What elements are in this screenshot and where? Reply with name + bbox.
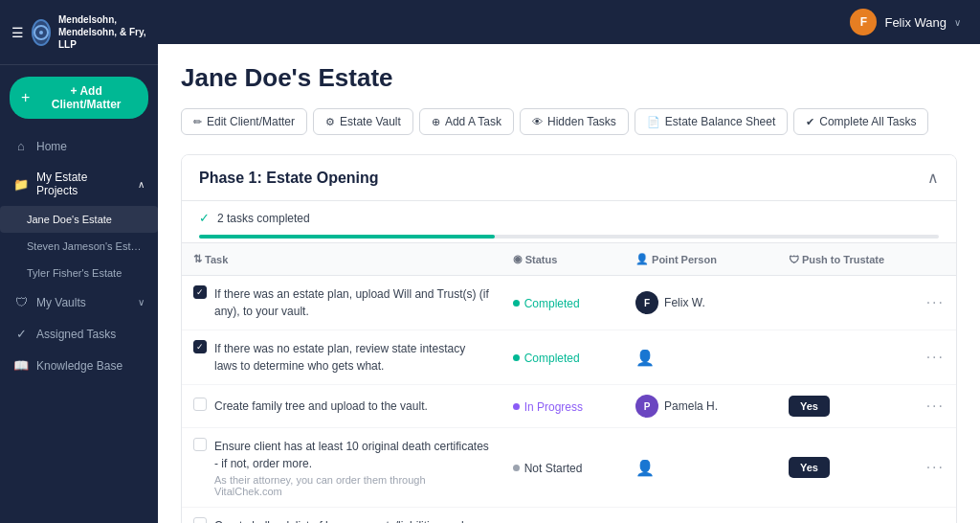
- checkmark-icon: ✔: [806, 116, 814, 128]
- task-cell-1: ✓If there was no estate plan, review sta…: [182, 330, 501, 385]
- home-icon: ⌂: [13, 139, 29, 153]
- action-bar: ✏ Edit Client/Matter ⚙ Estate Vault ⊕ Ad…: [181, 108, 957, 135]
- task-text: If there was an estate plan, upload Will…: [214, 285, 490, 320]
- point-person-cell-1: 👤: [624, 330, 777, 385]
- phase-header: Phase 1: Estate Opening ∧: [182, 155, 956, 201]
- task-text: Create family tree and upload to the vau…: [214, 398, 428, 415]
- status-badge: Completed: [513, 352, 580, 365]
- chevron-up-icon: ∧: [138, 179, 145, 190]
- sidebar-item-label: My Vaults: [36, 296, 86, 309]
- more-options-button[interactable]: ···: [926, 398, 945, 414]
- task-checkbox[interactable]: [193, 517, 207, 523]
- hidden-tasks-button[interactable]: 👁 Hidden Tasks: [520, 108, 629, 135]
- col-push-to-trustate: 🛡 Push to Trustate: [777, 243, 915, 276]
- point-person-cell-0: FFelix W.: [624, 276, 777, 330]
- estate-vault-button[interactable]: ⚙ Estate Vault: [313, 108, 413, 135]
- book-icon: 📖: [13, 358, 29, 373]
- hamburger-icon[interactable]: ☰: [11, 25, 24, 40]
- col-status: ◉ Status: [501, 243, 624, 276]
- sidebar-item-knowledge-base[interactable]: 📖 Knowledge Base: [0, 350, 158, 381]
- sidebar-item-label: My Estate Projects: [36, 171, 130, 197]
- add-client-matter-button[interactable]: + + Add Client/Matter: [10, 77, 148, 119]
- sidebar-item-my-vaults[interactable]: 🛡 My Vaults ∨: [0, 286, 158, 318]
- table-row: Ensure client has at least 10 original d…: [182, 428, 956, 508]
- tasks-icon: ✓: [13, 327, 29, 341]
- col-actions: [915, 243, 956, 276]
- sidebar-item-assigned-tasks[interactable]: ✓ Assigned Tasks: [0, 318, 158, 350]
- task-checkbox[interactable]: [193, 438, 207, 451]
- more-cell-3: ···: [915, 428, 956, 508]
- point-person-cell-2: PPamela H.: [624, 385, 777, 428]
- more-options-button[interactable]: ···: [926, 349, 945, 365]
- sidebar-item-home[interactable]: ⌂ Home: [0, 130, 158, 162]
- status-cell-2: In Progress: [501, 385, 624, 428]
- add-icon: ⊕: [432, 116, 440, 128]
- table-row: Create family tree and upload to the vau…: [182, 385, 956, 428]
- phase-collapse-button[interactable]: ∧: [927, 169, 939, 187]
- sidebar-section-estate-projects: 📁 My Estate Projects ∧ Jane Doe's Estate…: [0, 162, 158, 286]
- edit-icon: ✏: [193, 116, 202, 128]
- more-cell-2: ···: [915, 385, 956, 428]
- edit-client-button[interactable]: ✏ Edit Client/Matter: [181, 108, 307, 135]
- status-cell-4: Not Started: [501, 508, 624, 524]
- push-to-trustate-button[interactable]: Yes: [789, 457, 830, 478]
- sidebar-item-label: Assigned Tasks: [36, 328, 116, 341]
- sidebar-item-label: Home: [36, 140, 67, 153]
- sidebar-item-tyler-fisher[interactable]: Tyler Fisher's Estate: [0, 260, 158, 286]
- more-options-button[interactable]: ···: [926, 294, 945, 310]
- task-text: Create ballpark list of known assets/lia…: [214, 517, 490, 523]
- status-dot: [513, 354, 520, 361]
- check-icon: ✓: [199, 211, 210, 225]
- user-chevron-icon: ∨: [954, 17, 961, 28]
- push-cell-0: [777, 276, 915, 330]
- status-cell-1: Completed: [501, 330, 624, 385]
- vault-icon: 🛡: [13, 295, 29, 309]
- avatar: F: [850, 9, 877, 35]
- push-cell-3: Yes: [777, 428, 915, 508]
- sidebar-item-my-estate-projects[interactable]: 📁 My Estate Projects ∧: [0, 162, 158, 206]
- eye-icon: 👁: [532, 116, 543, 127]
- push-cell-1: [777, 330, 915, 385]
- sidebar-item-label: Knowledge Base: [36, 359, 122, 373]
- task-cell-0: ✓If there was an estate plan, upload Wil…: [182, 276, 501, 330]
- vault-icon: ⚙: [325, 116, 335, 128]
- content-area: Jane Doe's Estate ✏ Edit Client/Matter ⚙…: [158, 44, 980, 523]
- estate-projects-sub-items: Jane Doe's Estate Steven Jameson's Estat…: [0, 206, 158, 286]
- table-header-row: ⇅ Task ◉ Status 👤: [182, 243, 956, 276]
- add-task-button[interactable]: ⊕ Add A Task: [419, 108, 514, 135]
- task-subtext: As their attorney, you can order them th…: [214, 474, 490, 497]
- sidebar-section-my-vaults: 🛡 My Vaults ∨: [0, 286, 158, 318]
- sidebar-item-steven-jameson[interactable]: Steven Jameson's Estate: [0, 233, 158, 260]
- more-options-button[interactable]: ···: [926, 459, 945, 475]
- phase-section: Phase 1: Estate Opening ∧ ✓ 2 tasks comp…: [181, 154, 957, 523]
- table-row: ✓If there was an estate plan, upload Wil…: [182, 276, 956, 330]
- logo: [32, 19, 51, 46]
- point-person-name: Pamela H.: [664, 399, 718, 413]
- status-badge: In Progress: [513, 400, 583, 414]
- person-icon: 👤: [635, 349, 655, 367]
- sidebar-header: ☰ Mendelsohn, Mendelsohn, & Fry, LLP: [0, 0, 158, 65]
- progress-bar-container: [199, 235, 939, 239]
- user-menu[interactable]: F Felix Wang ∨: [850, 9, 961, 35]
- more-cell-0: ···: [915, 276, 956, 330]
- sort-icon: ⇅: [193, 253, 202, 265]
- push-to-trustate-button[interactable]: Yes: [789, 396, 830, 417]
- page-title: Jane Doe's Estate: [181, 63, 957, 93]
- task-checkbox[interactable]: ✓: [193, 340, 207, 353]
- push-cell-4: [777, 508, 915, 524]
- estate-balance-sheet-button[interactable]: 📄 Estate Balance Sheet: [635, 108, 788, 135]
- folder-icon: 📁: [13, 177, 29, 192]
- task-checkbox[interactable]: ✓: [193, 285, 207, 299]
- phase-title: Phase 1: Estate Opening: [199, 170, 379, 187]
- user-name: Felix Wang: [884, 15, 947, 30]
- status-cell-3: Not Started: [501, 428, 624, 508]
- point-person-name: Felix W.: [664, 296, 705, 309]
- person-col-icon: 👤: [635, 253, 649, 265]
- status-dot: [513, 300, 520, 307]
- task-cell-2: Create family tree and upload to the vau…: [182, 385, 501, 428]
- sidebar-item-jane-doe[interactable]: Jane Doe's Estate: [0, 206, 158, 233]
- task-checkbox[interactable]: [193, 398, 207, 411]
- table-row: Create ballpark list of known assets/lia…: [182, 508, 956, 524]
- complete-all-tasks-button[interactable]: ✔ Complete All Tasks: [793, 108, 928, 135]
- status-col-icon: ◉: [513, 253, 523, 265]
